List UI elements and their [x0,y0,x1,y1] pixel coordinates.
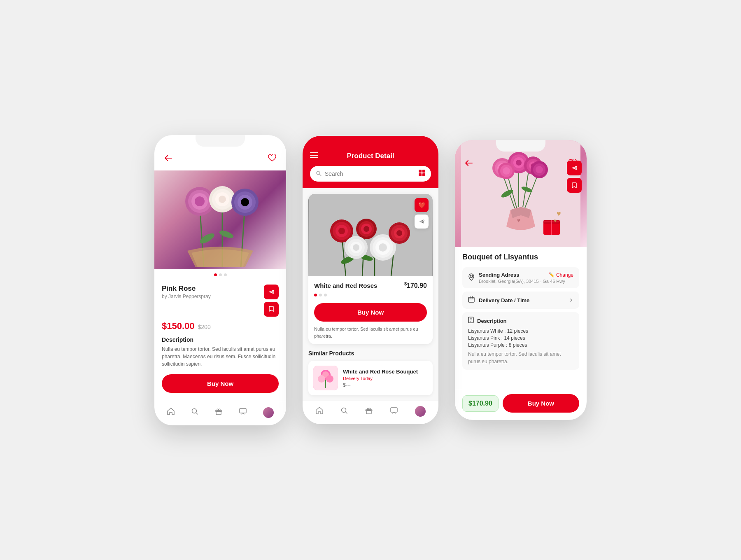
phone3-footer: $170.90 Buy Now [455,389,587,420]
nav-search[interactable] [191,408,198,417]
dot-3 [224,273,227,276]
description-section: Description Lisyantus White : 12 pieces … [462,312,579,370]
svg-point-50 [379,243,387,252]
svg-point-16 [241,198,249,206]
phone1-content: Pink Rose by Jarvis Pepperspray [154,135,286,425]
delivery-label: Delivery Date / Time [479,297,529,303]
share-overlay-btn[interactable] [415,215,429,229]
favorite-button[interactable] [266,152,279,165]
buy-now-button[interactable]: Buy Now [162,374,279,393]
page-title: Product Detail [347,152,394,160]
svg-rect-20 [216,411,221,415]
bouquet-title: Bouquet of Lisyantus [462,253,579,261]
document-icon [468,317,474,325]
search-inner [310,166,431,182]
image-dots-2 [314,294,427,296]
phone-3: ♥ [455,140,587,420]
svg-point-46 [364,226,369,232]
description-title: Description [477,318,507,324]
similar-product-info: White and Red Rose Bouquet Delivery Toda… [343,369,428,388]
svg-text:♥: ♥ [554,218,557,224]
svg-point-4 [219,229,235,239]
svg-point-12 [219,196,226,203]
nav-chat-2[interactable] [390,406,398,417]
svg-rect-27 [419,170,422,173]
bottom-nav-2 [303,401,438,424]
similar-product-name: White and Red Rose Bouquet [343,369,428,375]
similar-product-card[interactable]: White and Red Rose Bouquet Delivery Toda… [308,361,433,395]
grid-view-icon[interactable] [419,170,425,178]
description-paragraph: Nulla eu tempor tortor. Sed iaculis sit … [468,350,573,365]
change-address-button[interactable]: Change [556,272,573,278]
search-bar-container [303,166,438,188]
phones-container: Pink Rose by Jarvis Pepperspray [138,110,603,450]
bookmark-button[interactable] [264,302,279,317]
svg-rect-21 [240,408,246,413]
description-header: Description [468,317,573,325]
nav-gift[interactable] [214,407,223,418]
svg-rect-22 [310,152,318,153]
similar-product-price: $--- [343,382,428,388]
address-value: Brooklet, Georgia(GA), 30415 - Ga 46 Hwy [479,279,573,284]
favorite-button-3[interactable] [566,156,579,170]
dot2-3 [324,294,327,296]
price-dollar: $ [404,281,407,286]
share-button[interactable] [264,285,279,299]
price-main: $150.00 [162,321,195,331]
back-button[interactable] [162,152,175,165]
nav-gift-2[interactable] [365,406,373,417]
svg-point-62 [318,375,325,383]
nav-home[interactable] [167,407,175,418]
back-button-3[interactable] [462,156,475,170]
svg-line-66 [345,412,347,413]
svg-line-18 [196,413,198,414]
description-items: Lisyantus White : 12 pieces Lisyantus Pi… [468,328,573,348]
desc-item-3: Lisyantus Purple : 8 pieces [468,342,573,348]
svg-rect-23 [310,155,318,156]
menu-button[interactable] [310,152,318,160]
nav-profile[interactable] [263,407,274,418]
nav-profile-2[interactable] [415,406,426,417]
address-label: Sending Adress [479,272,519,278]
phone2-body: ❤️ White and Red Roses $170.90 [303,188,438,401]
similar-flower-img [313,366,338,390]
price-row: $150.00 $200 [162,321,279,331]
phone-2: Product Detail [303,136,438,424]
svg-rect-69 [391,408,397,412]
buy-now-button-2[interactable]: Buy Now [314,303,427,322]
product-card-body: White and Red Roses $170.90 Buy Now Null… [308,276,433,344]
desc-item-1: Lisyantus White : 12 pieces [468,328,573,334]
main-product-card: ❤️ White and Red Roses $170.90 [308,194,433,344]
phone1-notch [196,135,245,147]
similar-product-image [313,366,338,390]
roses-illustration-2 [309,194,432,276]
price-old: $200 [198,324,211,330]
bookmark-button-3[interactable] [567,178,582,193]
phone1-body: Pink Rose by Jarvis Pepperspray [154,280,286,402]
phone1-product-image [154,170,286,269]
flower-illustration-1 [163,173,278,267]
favorite-overlay-btn[interactable]: ❤️ [415,198,429,212]
edit-icon: ✏️ [549,272,555,278]
product-info: Pink Rose by Jarvis Pepperspray [162,285,211,299]
phone3-notch [496,140,545,152]
svg-point-54 [396,230,402,236]
search-input[interactable] [325,170,415,177]
product-title-row: Pink Rose by Jarvis Pepperspray [162,285,279,317]
nav-home-2[interactable] [315,406,324,417]
svg-point-63 [326,375,333,383]
svg-text:♥: ♥ [517,217,520,224]
svg-rect-29 [419,173,422,176]
search-icon [316,170,322,177]
similar-product-delivery: Delivery Today [343,376,428,381]
delivery-row[interactable]: Delivery Date / Time [462,292,579,309]
dot-1 [214,273,217,276]
product-image: ❤️ [308,194,433,276]
nav-chat[interactable] [239,407,247,418]
nav-search-2[interactable] [340,407,348,416]
dot2-2 [319,294,322,296]
svg-point-42 [338,228,345,234]
phone-1: Pink Rose by Jarvis Pepperspray [154,135,286,425]
buy-now-button-3[interactable]: Buy Now [503,394,579,413]
desc-item-2: Lisyantus Pink : 14 pieces [468,335,573,341]
